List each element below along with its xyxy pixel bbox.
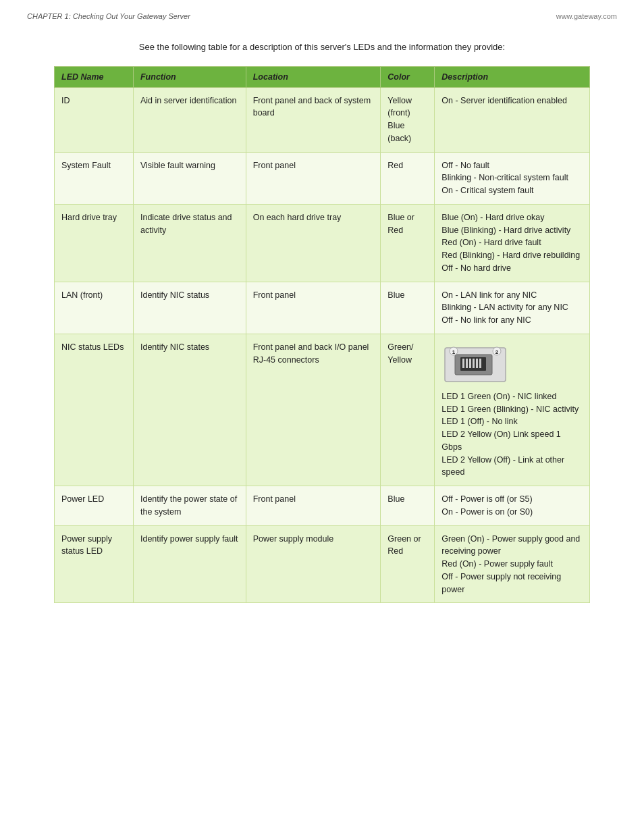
col-color: Color	[381, 66, 435, 87]
cell-color: Green/ Yellow	[381, 334, 435, 486]
cell-description: Off - Power is off (or S5) On - Power is…	[435, 486, 590, 526]
cell-led-name: System Fault	[55, 152, 134, 204]
svg-rect-7	[476, 359, 478, 368]
col-location: Location	[246, 66, 381, 87]
website-label: www.gateway.com	[556, 12, 617, 20]
table-row: NIC status LEDsIdentify NIC statesFront …	[55, 334, 590, 486]
svg-rect-6	[473, 359, 475, 368]
table-row: System FaultVisible fault warningFront p…	[55, 152, 590, 204]
col-led-name: LED Name	[55, 66, 134, 87]
cell-description: Blue (On) - Hard drive okay Blue (Blinki…	[435, 204, 590, 282]
cell-led-name: Power supply status LED	[55, 525, 134, 603]
table-row: LAN (front)Identify NIC statusFront pane…	[55, 282, 590, 334]
nic-svg: 1 2	[441, 341, 509, 385]
cell-color: Blue	[381, 282, 435, 334]
cell-function: Identify NIC status	[133, 282, 246, 334]
cell-led-name: Power LED	[55, 486, 134, 526]
cell-location: Front panel and back of system board	[246, 87, 381, 152]
svg-rect-3	[462, 359, 464, 368]
cell-location: Front panel	[246, 282, 381, 334]
table-row: Power LEDIdentify the power state of the…	[55, 486, 590, 526]
page-header: CHAPTER 1: Checking Out Your Gateway Ser…	[0, 0, 644, 27]
cell-function: Aid in server identification	[133, 87, 246, 152]
cell-color: Blue	[381, 486, 435, 526]
svg-rect-8	[479, 359, 481, 368]
cell-description: On - LAN link for any NIC Blinking - LAN…	[435, 282, 590, 334]
cell-led-name: LAN (front)	[55, 282, 134, 334]
svg-text:2: 2	[495, 349, 499, 355]
cell-function: Identify NIC states	[133, 334, 246, 486]
cell-color: Blue or Red	[381, 204, 435, 282]
cell-led-name: Hard drive tray	[55, 204, 134, 282]
table-row: IDAid in server identificationFront pane…	[55, 87, 590, 152]
svg-rect-4	[466, 359, 468, 368]
intro-text: See the following table for a descriptio…	[54, 41, 590, 54]
cell-function: Identify power supply fault	[133, 525, 246, 603]
cell-description: Off - No fault Blinking - Non-critical s…	[435, 152, 590, 204]
cell-function: Visible fault warning	[133, 152, 246, 204]
cell-led-name: NIC status LEDs	[55, 334, 134, 486]
cell-description: On - Server identification enabled	[435, 87, 590, 152]
table-row: Power supply status LEDIdentify power su…	[55, 525, 590, 603]
cell-led-name: ID	[55, 87, 134, 152]
col-function: Function	[133, 66, 246, 87]
cell-description: Green (On) - Power supply good and recei…	[435, 525, 590, 603]
cell-location: Front panel	[246, 152, 381, 204]
nic-diagram: 1 2	[441, 341, 583, 385]
col-description: Description	[435, 66, 590, 87]
cell-color: Red	[381, 152, 435, 204]
cell-location: Power supply module	[246, 525, 381, 603]
main-content: See the following table for a descriptio…	[0, 27, 644, 630]
cell-location: On each hard drive tray	[246, 204, 381, 282]
chapter-label: CHAPTER 1: Checking Out Your Gateway Ser…	[27, 12, 190, 20]
cell-function: Indicate drive status and activity	[133, 204, 246, 282]
cell-function: Identify the power state of the system	[133, 486, 246, 526]
cell-location: Front panel	[246, 486, 381, 526]
svg-text:1: 1	[452, 349, 456, 355]
cell-color: Green or Red	[381, 525, 435, 603]
table-header-row: LED Name Function Location Color Descrip…	[55, 66, 590, 87]
led-table: LED Name Function Location Color Descrip…	[54, 66, 590, 604]
table-row: Hard drive trayIndicate drive status and…	[55, 204, 590, 282]
cell-color: Yellow (front) Blue (back)	[381, 87, 435, 152]
cell-description: 1 2 LED 1 Green (On) - NIC linked LED 1 …	[435, 334, 590, 486]
cell-location: Front panel and back I/O panel RJ-45 con…	[246, 334, 381, 486]
svg-rect-5	[469, 359, 471, 368]
